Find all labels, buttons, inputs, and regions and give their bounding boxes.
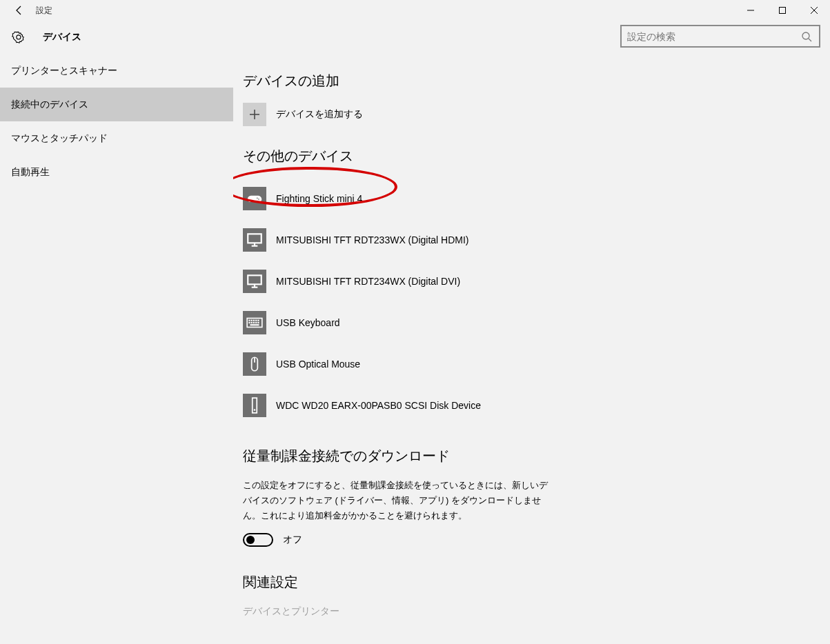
metered-toggle-row: オフ [243,533,820,547]
svg-rect-1 [780,8,786,14]
device-row-mouse[interactable]: USB Optical Mouse [243,343,820,385]
device-row-fighting-stick[interactable]: Fighting Stick mini 4 [243,178,820,219]
svg-rect-18 [255,320,257,321]
page-title: デバイス [43,31,81,43]
search-icon [800,31,813,42]
sidebar-item-connected-devices[interactable]: 接続中のデバイス [0,88,233,121]
related-heading: 関連設定 [243,573,820,592]
svg-rect-20 [248,322,250,323]
device-row-monitor-1[interactable]: MITSUBISHI TFT RDT233WX (Digital HDMI) [243,219,820,261]
device-label: Fighting Stick mini 4 [276,193,362,204]
sidebar: プリンターとスキャナー 接続中のデバイス マウスとタッチパッド 自動再生 [0,54,233,644]
device-label: MITSUBISHI TFT RDT234WX (Digital DVI) [276,276,460,287]
svg-rect-11 [248,275,261,284]
metered-heading: 従量制課金接続でのダウンロード [243,447,820,465]
sidebar-item-label: 接続中のデバイス [11,99,88,111]
add-device-label: デバイスを追加する [276,108,363,121]
titlebar: 設定 [0,0,830,21]
gear-icon [10,21,28,54]
svg-rect-21 [251,322,253,323]
search-input[interactable] [627,31,800,42]
svg-rect-25 [250,324,259,325]
device-label: USB Keyboard [276,317,340,328]
maximize-button[interactable] [767,0,798,21]
device-label: USB Optical Mouse [276,359,360,370]
device-row-keyboard[interactable]: USB Keyboard [243,302,820,343]
device-row-disk[interactable]: WDC WD20 EARX-00PASB0 SCSI Disk Device [243,385,820,426]
metered-toggle[interactable] [243,533,273,547]
related-link-devices-printers[interactable]: デバイスとプリンター [243,605,820,618]
svg-point-4 [802,32,809,39]
svg-rect-8 [248,234,261,243]
svg-rect-24 [257,322,259,323]
content: デバイスの追加 デバイスを追加する その他のデバイス Fighting Stic… [233,54,830,644]
header: デバイス [0,21,830,54]
svg-rect-15 [248,320,250,321]
link-label: デバイスとプリンター [243,605,339,616]
monitor-icon [243,270,266,293]
device-row-monitor-2[interactable]: MITSUBISHI TFT RDT234WX (Digital DVI) [243,261,820,302]
svg-rect-19 [257,320,259,321]
close-button[interactable] [798,0,830,21]
window-title: 設定 [36,5,52,17]
sidebar-item-label: 自動再生 [11,166,50,179]
window-buttons [735,0,830,21]
toggle-knob [246,536,255,544]
svg-point-29 [254,409,256,411]
svg-rect-16 [251,320,253,321]
device-label: MITSUBISHI TFT RDT233WX (Digital HDMI) [276,234,469,245]
drive-icon [243,394,266,417]
mouse-icon [243,352,266,376]
sidebar-item-autoplay[interactable]: 自動再生 [0,155,233,189]
minimize-button[interactable] [735,0,767,21]
other-devices-heading: その他のデバイス [243,147,820,165]
metered-description: この設定をオフにすると、従量制課金接続を使っているときには、新しいデバイスのソフ… [243,478,552,523]
sidebar-item-printers[interactable]: プリンターとスキャナー [0,54,233,88]
svg-rect-23 [255,322,257,323]
add-device-button[interactable]: デバイスを追加する [243,103,820,126]
keyboard-icon [243,311,266,334]
toggle-label: オフ [283,534,302,546]
svg-rect-17 [253,320,255,321]
sidebar-item-label: プリンターとスキャナー [11,65,117,77]
search-box[interactable] [620,25,820,48]
sidebar-item-mouse-touchpad[interactable]: マウスとタッチパッド [0,121,233,155]
device-label: WDC WD20 EARX-00PASB0 SCSI Disk Device [276,400,481,411]
plus-icon [243,103,266,126]
back-button[interactable] [4,0,34,21]
svg-line-5 [809,39,811,41]
sidebar-item-label: マウスとタッチパッド [11,132,108,145]
gamepad-icon [243,187,266,210]
monitor-icon [243,228,266,252]
svg-rect-22 [253,322,255,323]
add-device-heading: デバイスの追加 [243,72,820,90]
